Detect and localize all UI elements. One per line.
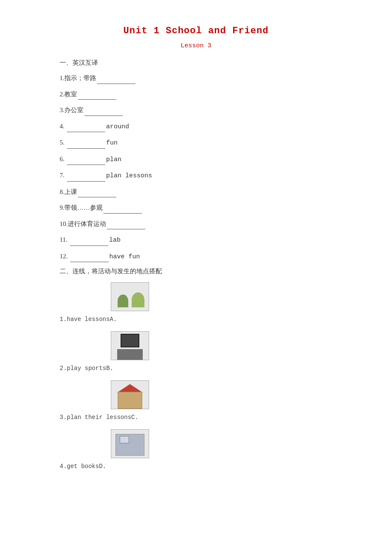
item-9-prefix: 9.带领……参观: [60, 204, 103, 211]
matching-label-3: 3.plan their lessonsC.: [60, 414, 138, 421]
item-7-prefix: 7.: [60, 172, 66, 179]
matching-item-2: 2.play sportsB.: [60, 331, 332, 372]
item-8: 8.上课: [60, 187, 332, 198]
matching-label-2: 2.play sportsB.: [60, 365, 113, 372]
item-7-blank: [67, 181, 105, 182]
item-6-blank: [67, 165, 105, 165]
main-title: Unit 1 School and Friend: [60, 26, 332, 36]
item-6-prefix: 6.: [60, 156, 66, 162]
section1-title: 一、英汉互译: [60, 59, 332, 67]
item-3: 3.办公室: [60, 105, 332, 116]
item-3-blank: [84, 116, 123, 116]
item-5: 5. fun: [60, 137, 332, 149]
item-12-prefix: 12.: [60, 253, 69, 260]
item-4-blank: [67, 132, 105, 132]
item-5-suffix: fun: [106, 139, 118, 147]
item-10: 10.进行体育运动: [60, 219, 332, 230]
item-6: 6. plan: [60, 154, 332, 165]
item-12-blank: [70, 262, 109, 262]
item-11: 11. lab: [60, 234, 332, 246]
item-1-blank: [97, 84, 135, 84]
item-10-prefix: 10.进行体育运动: [60, 220, 106, 227]
item-7: 7. plan lessons: [60, 170, 332, 182]
item-5-prefix: 5.: [60, 139, 66, 146]
item-8-prefix: 8.上课: [60, 188, 77, 195]
matching-img-container-3: [111, 380, 332, 411]
matching-image-b: [111, 331, 149, 360]
item-4-prefix: 4.: [60, 123, 66, 130]
matching-section: 1.have lessonsA. 2.play sportsB. 3.plan …: [60, 282, 332, 470]
item-11-blank: [70, 246, 108, 246]
matching-image-c: [111, 380, 149, 409]
item-1-prefix: 1.指示；带路: [60, 75, 96, 81]
item-5-blank: [67, 148, 105, 149]
item-11-suffix: lab: [109, 237, 121, 244]
item-2-blank: [78, 99, 116, 100]
exercise-items-section1: 1.指示；带路 2.教室 3.办公室 4. around 5. fun 6. p…: [60, 73, 332, 262]
item-2: 2.教室: [60, 89, 332, 100]
item-4: 4. around: [60, 121, 332, 133]
matching-item-3: 3.plan their lessonsC.: [60, 380, 332, 421]
matching-image-a: [111, 282, 149, 311]
section2-title: 二、连线，将活动与发生的地点搭配: [60, 267, 332, 275]
item-2-prefix: 2.教室: [60, 91, 77, 98]
matching-img-container-2: [111, 331, 332, 362]
subtitle: Lesson 3: [60, 42, 332, 49]
matching-img-container-4: [111, 429, 332, 460]
item-10-blank: [107, 229, 145, 229]
item-12-suffix: have fun: [110, 253, 140, 260]
item-6-suffix: plan: [106, 156, 121, 163]
matching-label-4: 4.get booksD.: [60, 463, 106, 470]
item-4-suffix: around: [106, 123, 129, 130]
matching-image-d: [111, 429, 149, 458]
item-8-blank: [78, 197, 116, 197]
item-12: 12. have fun: [60, 251, 332, 263]
item-3-prefix: 3.办公室: [60, 107, 84, 113]
matching-item-4: 4.get booksD.: [60, 429, 332, 470]
item-7-suffix: plan lessons: [106, 172, 152, 179]
matching-img-container-1: [111, 282, 332, 313]
item-1: 1.指示；带路: [60, 73, 332, 84]
matching-item-1: 1.have lessonsA.: [60, 282, 332, 323]
item-9-blank: [104, 213, 142, 214]
item-9: 9.带领……参观: [60, 202, 332, 214]
matching-label-1: 1.have lessonsA.: [60, 316, 117, 323]
item-11-prefix: 11.: [60, 236, 69, 243]
